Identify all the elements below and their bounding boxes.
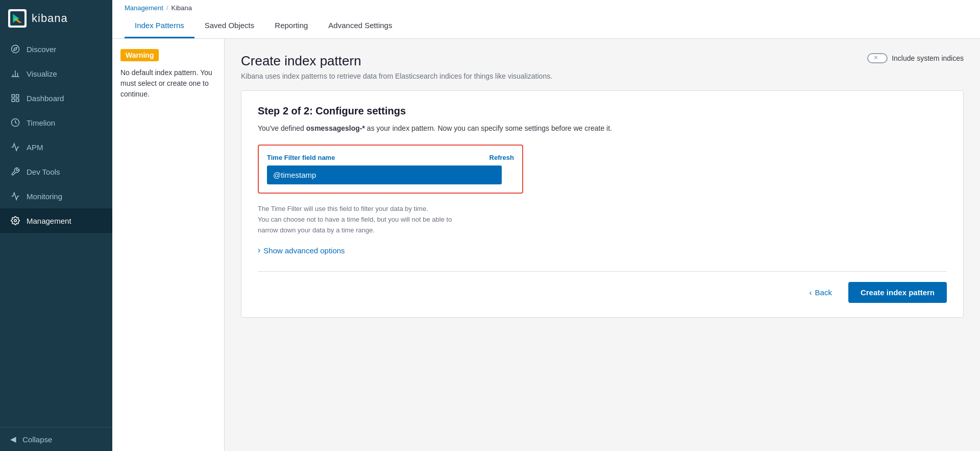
sidebar-item-discover[interactable]: Discover — [0, 37, 112, 61]
chevron-right-icon: › — [258, 246, 260, 255]
tab-advanced-settings[interactable]: Advanced Settings — [318, 14, 402, 38]
sidebar-label-timelion: Timelion — [27, 118, 55, 127]
sidebar-item-devtools[interactable]: Dev Tools — [0, 159, 112, 184]
sidebar-label-discover: Discover — [27, 45, 56, 54]
time-filter-label: Time Filter field name — [267, 154, 335, 161]
svg-rect-9 — [16, 99, 19, 102]
step-desc-prefix: You've defined — [258, 124, 306, 132]
chevron-down-icon: ▼ — [501, 171, 508, 179]
back-chevron-icon: ‹ — [810, 288, 812, 297]
time-filter-section: Time Filter field name Refresh @timestam… — [258, 145, 523, 194]
svg-point-12 — [14, 220, 17, 222]
sidebar-item-management[interactable]: Management — [0, 208, 112, 233]
svg-point-1 — [12, 45, 19, 53]
compass-icon — [10, 44, 20, 54]
sidebar-label-monitoring: Monitoring — [27, 192, 62, 201]
kibana-logo-icon — [8, 9, 27, 28]
refresh-link[interactable]: Refresh — [489, 154, 514, 161]
svg-marker-2 — [14, 48, 17, 51]
collapse-label: Collapse — [22, 435, 52, 444]
bar-chart-icon — [10, 68, 20, 79]
sidebar-label-visualize: Visualize — [27, 69, 57, 78]
step-title: Step 2 of 2: Configure settings — [258, 105, 947, 117]
breadcrumb-separator: / — [166, 4, 168, 12]
show-advanced-label: Show advanced options — [263, 246, 345, 255]
breadcrumb-parent[interactable]: Management — [125, 4, 163, 12]
page-subtitle: Kibana uses index patterns to retrieve d… — [241, 72, 552, 80]
clock-icon — [10, 117, 20, 128]
sidebar-collapse-button[interactable]: ◀ Collapse — [0, 427, 112, 451]
warning-panel: Warning No default index pattern. You mu… — [112, 39, 225, 451]
include-system-toggle[interactable]: ✕ — [867, 53, 888, 63]
sidebar-item-dashboard[interactable]: Dashboard — [0, 86, 112, 110]
svg-rect-7 — [12, 94, 14, 97]
breadcrumb: Management / Kibana — [125, 0, 968, 14]
chevron-left-icon: ◀ — [10, 435, 16, 444]
sidebar-logo: kibana — [0, 0, 112, 37]
create-index-pattern-button[interactable]: Create index pattern — [848, 282, 947, 303]
sidebar-label-devtools: Dev Tools — [27, 168, 60, 176]
kibana-logo-text: kibana — [32, 12, 68, 25]
field-help-text: The Time Filter will use this field to f… — [258, 204, 947, 235]
sidebar-label-dashboard: Dashboard — [27, 94, 64, 103]
sidebar-label-management: Management — [27, 217, 71, 225]
svg-rect-8 — [16, 94, 19, 97]
time-filter-select[interactable]: @timestamp — [267, 165, 502, 184]
sidebar-nav: Discover Visualize Dashboard — [0, 37, 112, 427]
tab-index-patterns[interactable]: Index Patterns — [125, 14, 194, 38]
field-label-row: Time Filter field name Refresh — [267, 154, 514, 161]
select-wrapper: @timestamp ▼ — [267, 165, 514, 184]
include-system-label: Include system indices — [892, 54, 964, 62]
wrench-icon — [10, 167, 20, 177]
gear-icon — [10, 216, 20, 226]
main-area: Management / Kibana Index Patterns Saved… — [112, 0, 980, 451]
sidebar-item-apm[interactable]: APM — [0, 135, 112, 159]
warning-badge: Warning — [120, 49, 159, 61]
back-button[interactable]: ‹ Back — [801, 283, 840, 302]
activity-icon — [10, 191, 20, 201]
tab-saved-objects[interactable]: Saved Objects — [194, 14, 265, 38]
sidebar: kibana Discover Visualize — [0, 0, 112, 451]
step-description: You've defined osmessageslog-* as your i… — [258, 124, 947, 132]
toggle-x-icon: ✕ — [873, 55, 878, 61]
sidebar-item-visualize[interactable]: Visualize — [0, 61, 112, 86]
card-footer: ‹ Back Create index pattern — [258, 271, 947, 303]
show-advanced-options[interactable]: › Show advanced options — [258, 246, 947, 255]
sidebar-label-apm: APM — [27, 143, 43, 152]
pulse-icon — [10, 142, 20, 152]
page-header: Create index pattern Kibana uses index p… — [241, 53, 964, 80]
svg-rect-10 — [12, 99, 14, 102]
configure-settings-card: Step 2 of 2: Configure settings You've d… — [241, 90, 964, 318]
step-desc-suffix: as your index pattern. Now you can speci… — [365, 124, 612, 132]
top-nav: Management / Kibana Index Patterns Saved… — [112, 0, 980, 39]
sidebar-item-timelion[interactable]: Timelion — [0, 110, 112, 135]
include-system-indices[interactable]: ✕ Include system indices — [867, 53, 964, 63]
right-panel: Create index pattern Kibana uses index p… — [225, 39, 980, 451]
breadcrumb-current: Kibana — [172, 4, 192, 12]
content-area: Warning No default index pattern. You mu… — [112, 39, 980, 451]
grid-icon — [10, 93, 20, 103]
tab-reporting[interactable]: Reporting — [264, 14, 318, 38]
topnav-tabs: Index Patterns Saved Objects Reporting A… — [125, 14, 968, 38]
sidebar-item-monitoring[interactable]: Monitoring — [0, 184, 112, 208]
warning-message: No default index pattern. You must selec… — [120, 67, 216, 100]
index-pattern-name: osmessageslog-* — [306, 124, 365, 132]
page-title: Create index pattern — [241, 53, 552, 69]
